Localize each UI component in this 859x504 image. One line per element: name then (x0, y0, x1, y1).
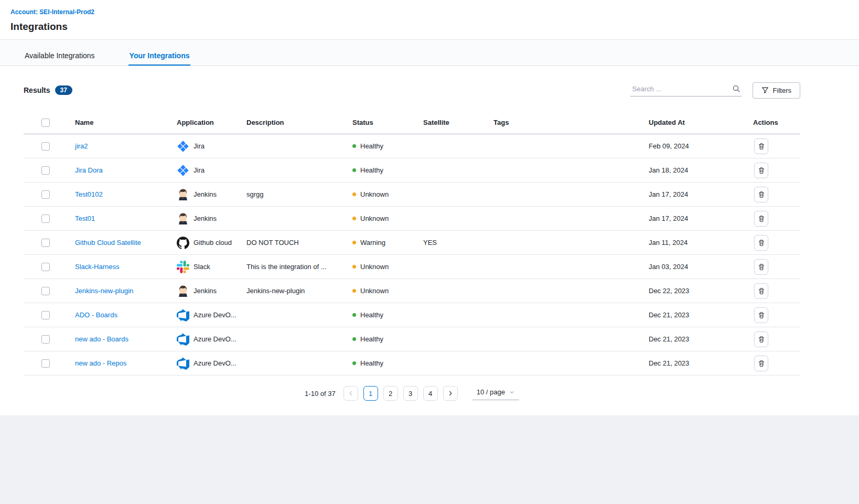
github-icon (177, 237, 189, 249)
select-all-checkbox[interactable] (41, 119, 50, 127)
delete-button[interactable] (754, 211, 768, 227)
description-text: This is the integration of ... (241, 263, 347, 271)
status-dot (352, 289, 356, 293)
chevron-right-icon (447, 390, 454, 397)
previous-page-button[interactable] (343, 386, 358, 401)
description-text: sgrgg (241, 190, 347, 198)
row-checkbox[interactable] (41, 239, 50, 247)
delete-button[interactable] (754, 187, 768, 202)
trash-icon (758, 239, 765, 246)
application-label: Jira (194, 166, 205, 174)
delete-button[interactable] (754, 259, 768, 275)
column-header-application: Application (171, 119, 241, 126)
jira-icon (177, 164, 189, 177)
row-checkbox[interactable] (41, 215, 50, 223)
tab-your-integrations[interactable]: Your Integrations (128, 46, 191, 66)
delete-button[interactable] (754, 283, 768, 299)
table-header-row: Name Application Description Status Sate… (24, 111, 800, 134)
row-checkbox[interactable] (41, 142, 50, 151)
page-1-button[interactable]: 1 (363, 386, 378, 401)
chevron-left-icon (347, 390, 355, 397)
delete-button[interactable] (754, 163, 768, 178)
status-dot (352, 313, 356, 317)
page-3-button[interactable]: 3 (403, 386, 418, 401)
status-label: Warning (360, 239, 385, 246)
updated-at-value: Dec 22, 2023 (643, 287, 748, 295)
delete-button[interactable] (754, 138, 768, 154)
delete-button[interactable] (754, 356, 768, 371)
row-checkbox[interactable] (41, 287, 50, 295)
table-row: Test01 Jenkins Unknown Jan 17, 2024 (24, 207, 800, 231)
integration-name-link[interactable]: Jenkins-new-plugin (75, 287, 133, 295)
integration-name-link[interactable]: Slack-Harness (75, 263, 120, 271)
row-checkbox[interactable] (41, 359, 50, 368)
results-label: Results (24, 86, 50, 94)
row-checkbox[interactable] (41, 166, 50, 175)
search-input[interactable] (631, 84, 732, 93)
account-link[interactable]: Account: SEI-Internal-Prod2 (10, 8, 94, 16)
status-label: Unknown (360, 263, 389, 271)
delete-button[interactable] (754, 307, 768, 323)
table-row: Test0102 Jenkins sgrgg Unknown Jan 17, 2… (24, 183, 800, 207)
table-row: Jira Dora Jira Healthy Jan 18, 2024 (24, 158, 800, 183)
updated-at-value: Dec 21, 2023 (643, 359, 748, 367)
description-text: DO NOT TOUCH (241, 239, 347, 246)
trash-icon (758, 263, 765, 271)
tab-bar: Available Integrations Your Integrations (0, 40, 859, 66)
integration-name-link[interactable]: jira2 (75, 142, 88, 150)
application-label: Azure DevO... (194, 359, 237, 367)
column-header-description: Description (241, 119, 347, 126)
integration-name-link[interactable]: Jira Dora (75, 166, 103, 174)
column-header-satellite: Satellite (418, 119, 488, 126)
table-row: new ado - Repos Azure DevO... Healthy De… (24, 351, 800, 376)
integrations-table: Name Application Description Status Sate… (24, 111, 800, 376)
column-header-actions: Actions (748, 119, 800, 126)
chevron-down-icon (509, 389, 515, 395)
delete-button[interactable] (754, 235, 768, 251)
updated-at-value: Feb 09, 2024 (643, 142, 748, 150)
page-2-button[interactable]: 2 (383, 386, 398, 401)
tab-available-integrations[interactable]: Available Integrations (24, 46, 96, 66)
integration-name-link[interactable]: Github Cloud Satellite (75, 239, 141, 246)
status-dot (352, 144, 356, 148)
status-dot (352, 337, 356, 341)
column-header-name: Name (70, 119, 171, 126)
application-label: Jenkins (194, 215, 217, 222)
filters-label: Filters (773, 87, 791, 94)
application-label: Github cloud (194, 239, 232, 246)
row-checkbox[interactable] (41, 190, 50, 199)
slack-icon (177, 261, 189, 273)
row-checkbox[interactable] (41, 335, 50, 344)
integration-name-link[interactable]: Test0102 (75, 190, 103, 198)
updated-at-value: Dec 21, 2023 (643, 311, 748, 319)
table-row: Github Cloud Satellite Github cloud DO N… (24, 231, 800, 255)
application-label: Azure DevO... (194, 335, 237, 343)
updated-at-value: Jan 11, 2024 (643, 239, 748, 246)
status-label: Unknown (360, 287, 389, 295)
filters-button[interactable]: Filters (753, 82, 800, 99)
column-header-status: Status (347, 119, 418, 126)
row-checkbox[interactable] (41, 263, 50, 271)
table-body: jira2 Jira Healthy Feb 09, 2024 Jira Dor… (24, 134, 800, 376)
page-4-button[interactable]: 4 (423, 386, 438, 401)
column-header-tags: Tags (488, 119, 643, 126)
page-size-label: 10 / page (477, 388, 505, 396)
row-checkbox[interactable] (41, 311, 50, 319)
trash-icon (758, 360, 765, 367)
delete-button[interactable] (754, 331, 768, 347)
updated-at-value: Jan 17, 2024 (643, 190, 748, 198)
results-count-badge: 37 (55, 85, 72, 95)
application-label: Jira (194, 142, 205, 150)
table-row: Jenkins-new-plugin Jenkins Jenkins-new-p… (24, 279, 800, 303)
integration-name-link[interactable]: new ado - Repos (75, 359, 126, 367)
next-page-button[interactable] (443, 386, 458, 401)
page-size-select[interactable]: 10 / page (473, 387, 519, 400)
status-label: Unknown (360, 215, 389, 222)
application-label: Slack (194, 263, 210, 271)
toolbar: Results 37 Filters (24, 82, 800, 99)
integration-name-link[interactable]: new ado - Boards (75, 335, 128, 343)
integration-name-link[interactable]: ADO - Boards (75, 311, 117, 319)
integration-name-link[interactable]: Test01 (75, 215, 95, 222)
updated-at-value: Jan 18, 2024 (643, 166, 748, 174)
status-dot (352, 265, 356, 269)
